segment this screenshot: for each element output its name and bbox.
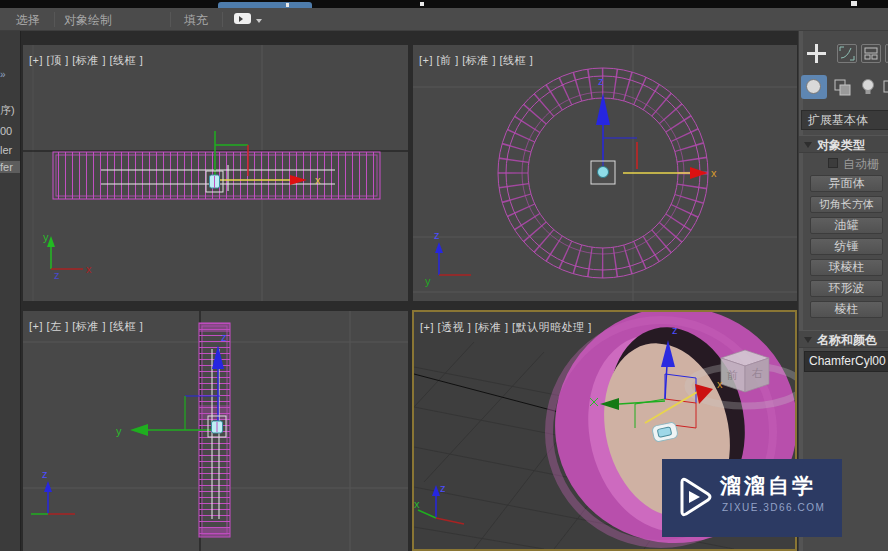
axis-tripod-top: y x z <box>43 231 92 281</box>
svg-text:x: x <box>315 174 321 186</box>
svg-text:x: x <box>414 498 420 510</box>
populate-flyout-icon[interactable] <box>234 13 251 24</box>
button-oiltank[interactable]: 油罐 <box>810 217 883 234</box>
svg-text:右: 右 <box>752 367 763 379</box>
autogrid-label: 自动栅 <box>843 156 879 173</box>
viewport-front[interactable]: z x z y [+] [ <box>413 45 797 301</box>
button-ringwave[interactable]: 环形波 <box>810 280 883 297</box>
svg-text:z: z <box>54 269 60 281</box>
svg-text:z: z <box>434 229 440 241</box>
lights-category-icon[interactable] <box>859 77 879 96</box>
watermark-url: zixue.3d66.com <box>722 502 825 513</box>
flyout-caret-icon[interactable] <box>256 19 262 23</box>
svg-text:z: z <box>440 482 446 494</box>
viewport-top[interactable]: x y x z [+] [顶 ] [标准 ] [线框 ] <box>23 45 408 301</box>
watermark-play-icon <box>674 476 716 520</box>
menu-select[interactable]: 选择 <box>16 12 40 29</box>
ribbon-toolbar: 选择 对象绘制 填充 <box>0 8 888 31</box>
geometry-category-icon[interactable] <box>801 75 827 99</box>
button-gengon[interactable]: 球棱柱 <box>810 259 883 276</box>
modify-tab-icon[interactable] <box>837 44 857 63</box>
viewport-left-label[interactable]: [+] [左 ] [标准 ] [线框 ] <box>29 319 143 334</box>
category-dropdown[interactable]: 扩展基本体 <box>801 110 888 130</box>
svg-text:y: y <box>43 231 49 243</box>
svg-text:z: z <box>672 324 678 336</box>
axis-tripod-front: z y <box>425 229 471 287</box>
rollout-object-type[interactable]: 对象类型 <box>799 135 888 153</box>
viewport-left[interactable]: z y z <box>23 311 408 551</box>
pivot-icon <box>591 161 615 184</box>
3dsmax-window: 选择 对象绘制 填充 » 序) 00 ler fer <box>0 0 888 551</box>
ribbon-edge-strip <box>0 0 888 8</box>
shapes-category-icon[interactable] <box>833 78 853 97</box>
rollout-name-color[interactable]: 名称和颜色 <box>799 330 888 348</box>
svg-text:z: z <box>42 468 48 480</box>
menu-object-paint[interactable]: 对象绘制 <box>64 12 112 29</box>
viewport-top-label[interactable]: [+] [顶 ] [标准 ] [线框 ] <box>29 53 143 68</box>
watermark-title: 溜溜自学 <box>720 472 816 500</box>
viewport-front-label[interactable]: [+] [前 ] [标准 ] [线框 ] <box>419 53 533 68</box>
dock-text-fragment: 00 <box>0 125 21 137</box>
dock-text-fragment: 序) <box>0 103 21 118</box>
axis-tripod-left: z <box>31 468 75 514</box>
svg-text:z: z <box>221 331 227 343</box>
object-name-field[interactable]: ChamferCyl00 <box>804 351 888 372</box>
dock-expand-icon[interactable]: » <box>0 69 21 80</box>
autogrid-checkbox[interactable] <box>828 158 838 168</box>
rollout-collapse-icon[interactable] <box>804 142 812 148</box>
svg-text:z: z <box>598 75 604 87</box>
create-tab-icon[interactable] <box>807 44 827 63</box>
viewport-perspective-label[interactable]: [+] [透视 ] [标准 ] [默认明暗处理 ] <box>420 320 592 335</box>
dock-text-fragment-selected[interactable]: fer <box>0 161 21 173</box>
svg-text:x: x <box>711 167 717 179</box>
svg-text:y: y <box>425 275 431 287</box>
hierarchy-tab-icon[interactable] <box>861 44 881 63</box>
rollout-collapse-icon[interactable] <box>804 337 812 343</box>
workspace: » 序) 00 ler fer <box>0 31 888 551</box>
left-dock-panel[interactable]: » 序) 00 ler fer <box>0 31 21 551</box>
svg-text:x: x <box>717 378 723 390</box>
button-hedra[interactable]: 异面体 <box>810 175 883 192</box>
svg-text:y: y <box>116 425 122 437</box>
svg-text:前: 前 <box>726 369 738 381</box>
cameras-category-icon[interactable] <box>883 78 888 97</box>
button-prism[interactable]: 棱柱 <box>810 301 883 318</box>
button-chamferbox[interactable]: 切角长方体 <box>810 196 883 213</box>
dock-text-fragment: ler <box>0 144 21 156</box>
menu-populate[interactable]: 填充 <box>184 12 208 29</box>
watermark: 溜溜自学 zixue.3d66.com <box>662 459 842 537</box>
svg-text:x: x <box>86 263 92 275</box>
button-spindle[interactable]: 纺锤 <box>810 238 883 255</box>
